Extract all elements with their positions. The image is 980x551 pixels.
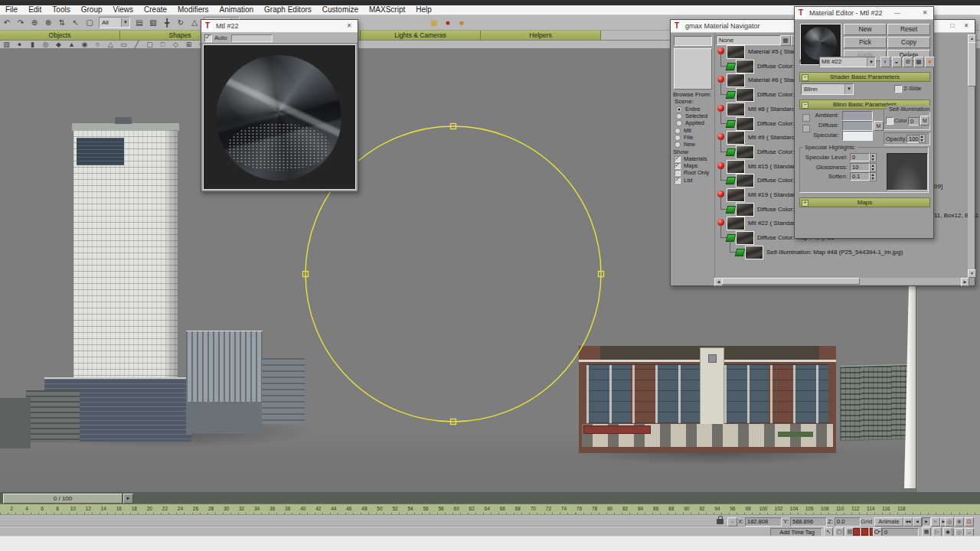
radio-icon[interactable] <box>676 106 682 112</box>
scrollbar-thumb[interactable] <box>722 278 860 285</box>
material-thumbnail[interactable] <box>727 160 745 174</box>
menu-item[interactable]: Graph Editors <box>259 5 317 15</box>
self-illum-map-button[interactable]: M <box>920 116 929 126</box>
material-thumbnail[interactable] <box>736 88 754 102</box>
previous-frame-icon[interactable]: ◀ <box>913 517 922 527</box>
vertical-scrollbar[interactable]: ▲ ▼ <box>968 34 975 278</box>
y-coordinate-field[interactable]: 588.896 <box>790 517 827 527</box>
two-sided-checkbox[interactable] <box>894 85 902 93</box>
checkbox-icon[interactable] <box>675 170 681 176</box>
preview-window-titlebar[interactable]: Mtl #22 ✕ <box>201 20 358 33</box>
undo-icon[interactable]: ↶ <box>1 17 13 28</box>
collapse-icon[interactable]: − <box>802 102 808 109</box>
next-frame-nudge[interactable]: ▸ <box>123 494 133 504</box>
menu-item[interactable]: Modifiers <box>172 5 214 15</box>
collapse-icon[interactable]: − <box>802 74 808 81</box>
play-animation-icon[interactable]: ▶ <box>922 517 931 527</box>
opacity-spinner[interactable] <box>919 134 926 143</box>
material-thumbnail[interactable] <box>736 174 754 187</box>
menu-item[interactable]: Create <box>139 5 172 15</box>
self-illum-color-checkbox[interactable] <box>886 117 893 125</box>
y-constraint-icon[interactable] <box>861 528 868 536</box>
selection-region-icon[interactable]: ▢ <box>83 17 96 28</box>
menu-item[interactable]: Customize <box>317 5 364 15</box>
close-icon[interactable]: ✕ <box>344 21 354 31</box>
select-and-move-icon[interactable]: ╋ <box>161 17 173 28</box>
expand-icon[interactable]: + <box>802 200 808 207</box>
material-thumbnail[interactable] <box>736 203 754 217</box>
chevron-down-icon[interactable]: ▼ <box>867 57 875 67</box>
track-bar[interactable]: 2468101214161820222426283032343638404244… <box>0 504 980 515</box>
x-constraint-icon[interactable] <box>853 528 860 536</box>
close-icon[interactable]: ✕ <box>961 21 972 31</box>
menu-item[interactable]: Help <box>410 5 437 15</box>
menu-item[interactable]: Views <box>108 5 139 15</box>
new-button[interactable]: New <box>844 24 887 35</box>
parameter-spinner[interactable] <box>870 153 877 162</box>
menu-item[interactable]: File <box>0 5 23 15</box>
selection-filter-dropdown[interactable]: All ▼ <box>99 17 130 28</box>
material-thumbnail[interactable] <box>727 45 745 59</box>
time-slider-track[interactable]: 0 / 100 ▸ <box>0 492 980 504</box>
render-type-icon[interactable]: ▦ <box>428 17 440 28</box>
editor-titlebar[interactable]: Material Editor - Mtl #22 — ✕ <box>795 7 933 20</box>
checkbox-icon[interactable] <box>675 163 681 169</box>
parameter-spinner[interactable] <box>870 172 877 181</box>
radio-icon[interactable] <box>676 113 682 119</box>
radio-option[interactable]: Applied <box>676 119 704 127</box>
material-name-dropdown[interactable]: Mtl #22 ▼ <box>819 57 876 67</box>
uv-tiling-icon[interactable]: ⊞ <box>903 57 913 67</box>
next-frame-icon[interactable]: ▷ <box>931 517 940 527</box>
menu-item[interactable]: Edit <box>23 5 47 15</box>
parameter-field[interactable]: 0.1 <box>850 172 870 181</box>
backlight-icon[interactable]: ◒ <box>892 57 902 67</box>
scroll-down-icon[interactable]: ▼ <box>968 269 976 278</box>
maximize-icon[interactable]: □ <box>947 21 958 31</box>
horizontal-scrollbar[interactable]: ◀ ▶ <box>714 278 968 285</box>
radio-icon[interactable] <box>675 128 681 134</box>
material-thumbnail[interactable] <box>736 117 754 131</box>
copy-button[interactable]: Copy <box>887 37 930 48</box>
z-coordinate-field[interactable]: 0.0 <box>835 517 861 527</box>
material-tree-item[interactable]: Self-Illumination: Map #48 (P25_544394-1… <box>716 245 980 259</box>
menu-item[interactable]: MAXScript <box>364 5 410 15</box>
ambient-color-swatch[interactable] <box>842 111 873 121</box>
radio-icon[interactable] <box>675 142 681 148</box>
selection-lock-icon[interactable] <box>717 519 724 524</box>
navigator-filter-field[interactable] <box>674 36 712 46</box>
go-to-start-icon[interactable]: ◀◀ <box>903 517 913 527</box>
unlink-selection-icon[interactable]: ⊗ <box>42 17 54 28</box>
maps-rollout-header[interactable]: + Maps <box>799 197 930 207</box>
select-and-scale-icon[interactable]: △ <box>188 17 201 28</box>
select-and-rotate-icon[interactable]: ↻ <box>175 17 187 28</box>
checkbox-icon[interactable] <box>675 156 681 162</box>
parameter-field[interactable]: 0 <box>850 153 870 161</box>
diffuse-map-button[interactable]: M <box>874 121 884 131</box>
checkbox-option[interactable]: List <box>675 177 693 184</box>
reset-button[interactable]: Reset <box>887 24 930 35</box>
parameter-field[interactable]: 10 <box>850 163 870 171</box>
close-icon[interactable]: ✕ <box>920 8 930 18</box>
material-preview-canvas[interactable] <box>203 44 356 190</box>
scrollbar-thumb[interactable] <box>968 42 976 86</box>
menu-item[interactable]: Group <box>76 5 108 15</box>
animate-button[interactable]: Animate <box>874 517 903 527</box>
material-thumbnail[interactable] <box>727 73 745 87</box>
chevron-down-icon[interactable]: ▼ <box>844 84 853 94</box>
material-thumbnail[interactable] <box>736 145 754 159</box>
zoom-icon[interactable]: ◎ <box>945 517 954 527</box>
parameter-spinner[interactable] <box>870 163 877 172</box>
select-by-name-icon[interactable]: ▤ <box>133 17 145 28</box>
material-thumbnail[interactable] <box>736 231 754 245</box>
two-sided-option[interactable]: 2-Side <box>894 85 921 93</box>
render-scene-icon[interactable]: ● <box>442 17 454 28</box>
pick-button[interactable]: Pick <box>844 37 887 48</box>
diffuse-color-swatch[interactable] <box>842 121 873 131</box>
quick-render-icon[interactable]: ● <box>456 17 468 28</box>
redo-icon[interactable]: ↷ <box>15 17 27 28</box>
shader-rollout-header[interactable]: − Shader Basic Parameters <box>799 72 930 82</box>
x-coordinate-field[interactable]: 182.808 <box>745 517 782 527</box>
zoom-extents-icon[interactable]: ⊡ <box>965 517 974 527</box>
minimize-icon[interactable]: — <box>892 8 903 18</box>
material-thumbnail[interactable] <box>727 103 745 116</box>
